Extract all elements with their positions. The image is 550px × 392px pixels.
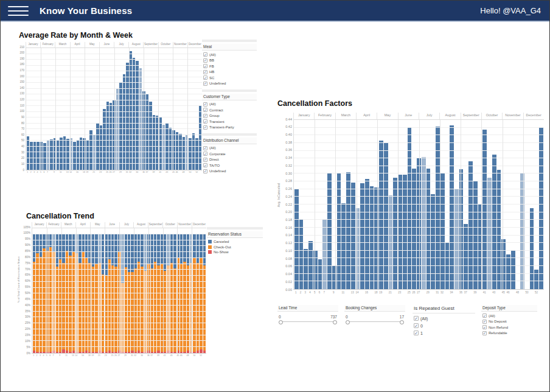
bar-segment[interactable] (72, 351, 75, 353)
bar[interactable] (341, 120, 346, 289)
bar-segment[interactable] (193, 352, 195, 353)
bar-segment[interactable] (43, 352, 45, 353)
bar-segment[interactable] (138, 351, 140, 353)
bar-segment[interactable] (170, 234, 173, 263)
bar[interactable] (431, 120, 435, 289)
bar[interactable] (530, 120, 534, 289)
bar[interactable] (308, 120, 313, 289)
bar-segment[interactable] (72, 234, 75, 252)
checkbox[interactable]: ✓ (203, 169, 207, 173)
bar-segment[interactable] (78, 234, 81, 263)
bar[interactable] (473, 120, 478, 289)
bar[interactable] (482, 120, 487, 289)
bar[interactable] (511, 120, 515, 289)
bar[interactable] (346, 120, 350, 289)
bar[interactable] (389, 120, 393, 289)
bar[interactable] (492, 120, 496, 289)
bar-segment[interactable] (69, 352, 71, 353)
bar-segment[interactable] (82, 252, 85, 352)
bar[interactable] (322, 120, 327, 289)
checkbox[interactable]: ✓ (203, 125, 207, 130)
bar-segment[interactable] (180, 264, 183, 352)
bar-segment[interactable] (52, 252, 55, 351)
bar-segment[interactable] (72, 252, 75, 351)
slider-handle-max[interactable] (333, 320, 337, 324)
checkbox[interactable]: ✓ (414, 331, 419, 335)
bar[interactable] (436, 120, 440, 289)
checkbox[interactable]: ✓ (203, 58, 207, 63)
bar-segment[interactable] (128, 352, 130, 353)
bar-segment[interactable] (62, 349, 64, 353)
bar-segment[interactable] (78, 263, 81, 352)
bar-segment[interactable] (56, 267, 58, 352)
bar-segment[interactable] (99, 234, 101, 263)
checkbox[interactable]: ✓ (203, 146, 207, 150)
bar-segment[interactable] (200, 234, 202, 258)
bar-segment[interactable] (157, 265, 159, 351)
bar-segment[interactable] (85, 351, 88, 353)
bar[interactable] (412, 120, 416, 289)
bar-segment[interactable] (82, 234, 85, 252)
bar[interactable] (459, 120, 464, 289)
slider-track[interactable] (346, 320, 403, 325)
bar[interactable] (422, 120, 426, 289)
bar-segment[interactable] (36, 352, 38, 353)
bar-segment[interactable] (92, 352, 94, 353)
bar[interactable] (454, 120, 459, 289)
bar-segment[interactable] (170, 352, 173, 353)
bar-segment[interactable] (99, 351, 101, 353)
slider-handle-max[interactable] (400, 320, 404, 324)
checkbox[interactable]: ✓ (203, 70, 207, 74)
checkbox[interactable]: ✓ (203, 119, 207, 124)
bar-segment[interactable] (197, 263, 199, 351)
bar-segment[interactable] (144, 271, 147, 352)
bar-segment[interactable] (197, 351, 199, 353)
slider-handle-min[interactable] (346, 320, 350, 324)
legend-item[interactable]: No-Show (208, 250, 262, 254)
bar-segment[interactable] (203, 351, 206, 353)
bar-segment[interactable] (52, 234, 55, 252)
bar-segment[interactable] (82, 352, 85, 353)
bar-segment[interactable] (108, 234, 111, 259)
bar-segment[interactable] (170, 263, 173, 352)
bar[interactable] (468, 120, 473, 289)
bar[interactable] (534, 120, 538, 289)
bar-segment[interactable] (164, 352, 166, 353)
bar-segment[interactable] (167, 234, 169, 265)
bar-segment[interactable] (134, 352, 137, 353)
checkbox[interactable]: ✓ (482, 320, 487, 324)
checkbox[interactable]: ✓ (203, 102, 207, 107)
bar-segment[interactable] (36, 234, 38, 253)
bar-segment[interactable] (157, 351, 159, 353)
menu-icon[interactable] (8, 6, 29, 16)
bar-segment[interactable] (154, 352, 156, 353)
bar-segment[interactable] (111, 265, 114, 352)
bar[interactable] (379, 120, 383, 289)
bar-segment[interactable] (203, 234, 206, 265)
bar-segment[interactable] (141, 267, 143, 352)
checkbox[interactable]: ✓ (203, 114, 207, 118)
bar[interactable] (374, 120, 378, 289)
bar-segment[interactable] (114, 267, 117, 352)
slider-handle-min[interactable] (279, 320, 283, 324)
bar-segment[interactable] (114, 352, 117, 353)
bar[interactable] (370, 120, 374, 289)
bar-segment[interactable] (102, 352, 104, 353)
bar-segment[interactable] (167, 265, 169, 351)
slider-track[interactable] (279, 320, 336, 325)
checkbox[interactable]: ✓ (203, 52, 207, 57)
bar[interactable] (520, 120, 524, 289)
bar-segment[interactable] (95, 352, 97, 353)
bar-segment[interactable] (144, 352, 147, 353)
bar[interactable] (360, 120, 364, 289)
bar-segment[interactable] (69, 256, 71, 352)
bar[interactable] (299, 120, 304, 289)
bar-segment[interactable] (78, 352, 81, 353)
bar-segment[interactable] (108, 351, 111, 353)
bar[interactable] (365, 120, 369, 289)
checkbox[interactable]: ✓ (482, 331, 487, 335)
bar-segment[interactable] (167, 351, 169, 353)
bar-segment[interactable] (49, 352, 52, 353)
bar-segment[interactable] (187, 351, 189, 353)
checkbox[interactable]: ✓ (482, 313, 487, 318)
